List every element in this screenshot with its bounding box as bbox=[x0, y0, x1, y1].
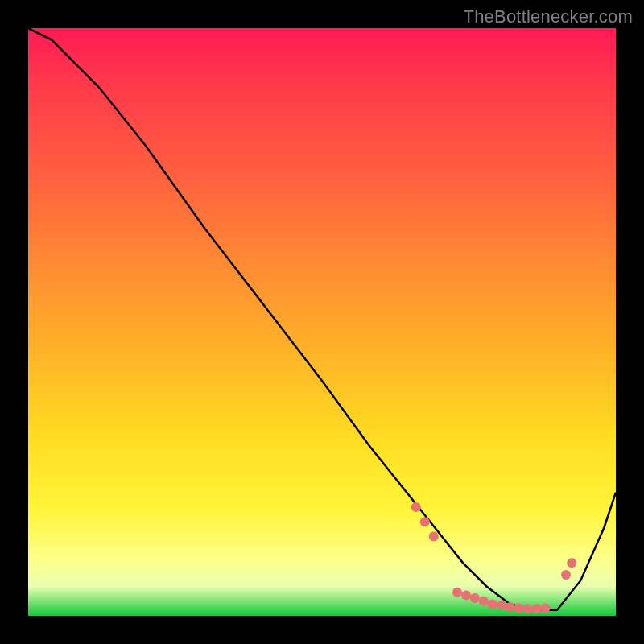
chart-frame: TheBottlenecker.com bbox=[0, 0, 644, 644]
plot-area bbox=[28, 28, 616, 616]
watermark-text: TheBottlenecker.com bbox=[464, 6, 633, 27]
